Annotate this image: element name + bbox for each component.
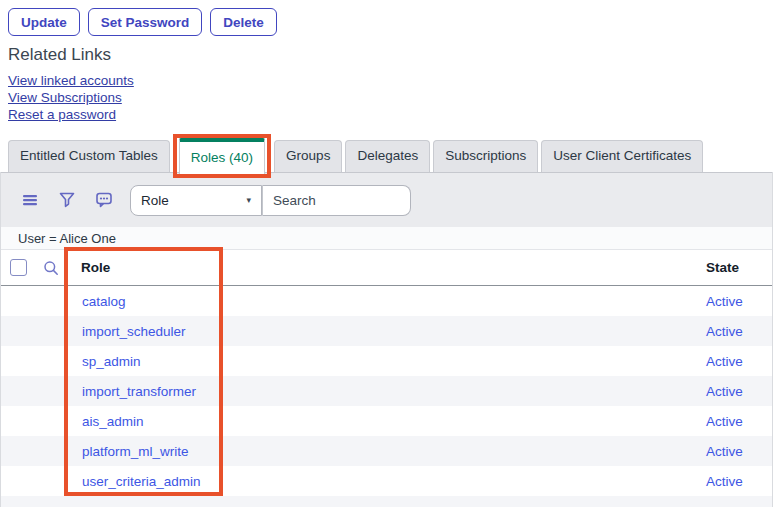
column-header-role[interactable]: Role (81, 260, 706, 275)
role-link[interactable]: catalog (82, 294, 126, 309)
table-row: import_transformer Active (0, 376, 773, 406)
set-password-button[interactable]: Set Password (88, 8, 203, 36)
chevron-down-icon: ▾ (246, 196, 251, 205)
role-link[interactable]: ais_admin (82, 414, 144, 429)
tab-entitled-custom-tables[interactable]: Entitled Custom Tables (8, 140, 170, 172)
related-links-title: Related Links (8, 45, 134, 65)
select-all-checkbox[interactable] (10, 259, 27, 276)
list-header-row: Role State (0, 250, 773, 286)
update-button[interactable]: Update (8, 8, 80, 36)
table-row-partial (0, 496, 773, 507)
filter-icon[interactable] (59, 192, 75, 208)
search-field-selector-value: Role (141, 193, 169, 208)
table-row: sp_admin Active (0, 346, 773, 376)
role-link[interactable]: user_criteria_admin (82, 474, 201, 489)
chat-icon[interactable] (96, 192, 112, 208)
tab-user-client-certificates[interactable]: User Client Certificates (541, 140, 703, 172)
table-row: user_criteria_admin Active (0, 466, 773, 496)
search-field-selector[interactable]: Role ▾ (130, 185, 262, 216)
role-link[interactable]: import_transformer (82, 384, 196, 399)
search-input[interactable] (262, 185, 411, 216)
state-value[interactable]: Active (706, 294, 773, 309)
state-value[interactable]: Active (706, 414, 773, 429)
list-toolbar: Role ▾ (0, 172, 773, 227)
list-search-group: Role ▾ (130, 185, 411, 216)
view-subscriptions-link[interactable]: View Subscriptions (8, 89, 134, 106)
view-linked-accounts-link[interactable]: View linked accounts (8, 72, 134, 89)
search-icon[interactable] (43, 260, 59, 276)
state-value[interactable]: Active (706, 444, 773, 459)
state-value[interactable]: Active (706, 384, 773, 399)
roles-list-body: catalog Active import_scheduler Active s… (0, 286, 773, 507)
tab-roles[interactable]: Roles (40) (179, 138, 265, 174)
related-list-tabbar: Entitled Custom Tables Roles (40) Groups… (0, 140, 773, 172)
menu-icon[interactable] (22, 192, 38, 208)
state-value[interactable]: Active (706, 474, 773, 489)
role-link[interactable]: platform_ml_write (82, 444, 189, 459)
table-row: ais_admin Active (0, 406, 773, 436)
related-links-section: Related Links View linked accounts View … (8, 45, 134, 123)
reset-a-password-link[interactable]: Reset a password (8, 106, 134, 123)
highlight-box-roles-tab: Roles (40) (173, 134, 271, 178)
role-link[interactable]: import_scheduler (82, 324, 186, 339)
tab-subscriptions[interactable]: Subscriptions (433, 140, 538, 172)
table-row: import_scheduler Active (0, 316, 773, 346)
delete-button[interactable]: Delete (210, 8, 277, 36)
form-action-bar: Update Set Password Delete (8, 8, 277, 36)
breadcrumb: User = Alice One (0, 227, 773, 250)
state-value[interactable]: Active (706, 324, 773, 339)
tab-delegates[interactable]: Delegates (345, 140, 430, 172)
table-row: platform_ml_write Active (0, 436, 773, 466)
breadcrumb-filter-link[interactable]: User = Alice One (18, 231, 116, 246)
table-row: catalog Active (0, 286, 773, 316)
tab-groups[interactable]: Groups (274, 140, 342, 172)
column-header-state[interactable]: State (706, 260, 773, 275)
state-value[interactable]: Active (706, 354, 773, 369)
role-link[interactable]: sp_admin (82, 354, 141, 369)
